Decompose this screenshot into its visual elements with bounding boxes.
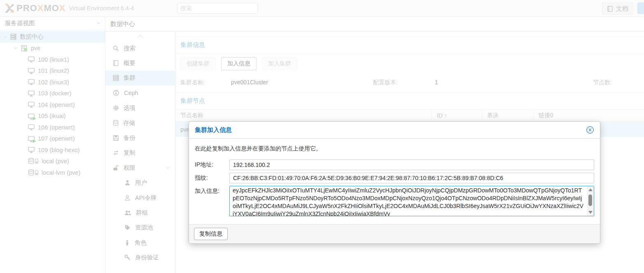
ip-address-label: IP地址: [195, 161, 229, 169]
dialog-description: 在此处复制加入信息并在要添加的节点上使用它。 [195, 145, 594, 153]
join-info-row: 加入信息: eyJpcEFkZHJlc3MiOiIxOTIuMTY4LjEwMC… [195, 186, 594, 216]
dialog-header[interactable]: 集群加入信息 [189, 122, 600, 139]
scroll-up-arrow-icon[interactable] [588, 188, 593, 191]
join-info-field-wrap: eyJpcEFkZHJlc3MiOiIxOTIuMTY4LjEwMC4yIiwi… [229, 186, 594, 216]
join-info-label: 加入信息: [195, 186, 229, 195]
copy-information-button[interactable]: 复制信息 [194, 228, 228, 240]
textarea-scrollbar[interactable] [587, 186, 594, 216]
cluster-join-info-dialog: 集群加入信息 在此处复制加入信息并在要添加的节点上使用它。 IP地址: 指纹: … [189, 121, 600, 244]
fingerprint-row: 指纹: [195, 173, 594, 183]
ip-address-row: IP地址: [195, 160, 594, 170]
scroll-down-arrow-icon[interactable] [588, 211, 593, 214]
join-information-textarea[interactable]: eyJpcEFkZHJlc3MiOiIxOTIuMTY4LjEwMC4yIiwi… [229, 186, 594, 216]
fingerprint-field[interactable] [229, 173, 594, 183]
fingerprint-label: 指纹: [195, 174, 229, 182]
scrollbar-thumb[interactable] [588, 194, 592, 206]
dialog-footer: 复制信息 [189, 224, 600, 243]
dialog-body: 在此处复制加入信息并在要添加的节点上使用它。 IP地址: 指纹: 加入信息: e… [189, 139, 600, 216]
close-icon[interactable] [586, 126, 594, 134]
dialog-title: 集群加入信息 [195, 126, 232, 134]
ip-address-field[interactable] [229, 160, 594, 170]
